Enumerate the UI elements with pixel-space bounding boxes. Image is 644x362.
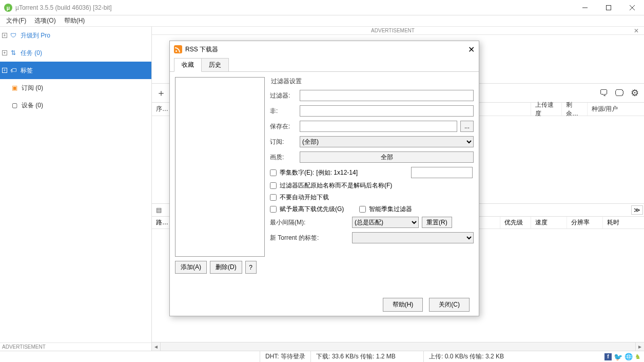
- dialog-body: 添加(A) 删除(D) ? 过滤器设置 过滤器: 非: 保存在: ... 订阅:: [170, 72, 479, 293]
- add-filter-button[interactable]: 添加(A): [175, 261, 207, 274]
- help-small-button[interactable]: ?: [245, 261, 257, 274]
- sidebar-item-tasks[interactable]: + ⇅ 任务 (0): [0, 44, 151, 62]
- dialog-tabs: 收藏 历史: [170, 58, 479, 72]
- settings-icon[interactable]: ⚙: [629, 87, 641, 99]
- browse-button[interactable]: ...: [460, 121, 474, 132]
- episode-label: 季集数字(E):: [280, 168, 314, 177]
- episode-input[interactable]: [411, 167, 473, 178]
- dialog-title: RSS 下载器: [185, 45, 218, 54]
- tag-icon: 🏷: [9, 66, 17, 74]
- android-icon[interactable]: ♞: [635, 353, 641, 360]
- feed-label: 订阅:: [270, 138, 300, 146]
- not-input[interactable]: [300, 105, 474, 117]
- ad-label: ADVERTISEMENT: [371, 28, 415, 33]
- rss-icon: ▣: [10, 84, 18, 92]
- status-icons: f 🐦 🌐 ♞: [604, 353, 641, 361]
- sidebar-item-devices[interactable]: ▢ 设备 (0): [0, 97, 151, 114]
- sidebar-label: 设备 (0): [22, 101, 43, 110]
- origname-checkbox[interactable]: [270, 182, 277, 189]
- dialog-titlebar: RSS 下载器 ✕: [170, 41, 479, 58]
- tab-favorites[interactable]: 收藏: [174, 58, 202, 72]
- sidebar-item-upgrade[interactable]: + 🛡 升级到 Pro: [0, 27, 151, 44]
- mininterval-select[interactable]: (总是匹配): [352, 217, 419, 228]
- highprio-label: 赋予最高下载优先级(G): [280, 205, 344, 214]
- col-remaining[interactable]: 剩余…: [562, 103, 588, 116]
- sidebar-label: 升级到 Pro: [21, 31, 50, 40]
- expand-icon[interactable]: +: [2, 33, 7, 38]
- expand-icon[interactable]: +: [2, 68, 7, 73]
- window-controls: [573, 0, 644, 15]
- sidebar-item-labels[interactable]: + 🏷 标签: [0, 62, 151, 79]
- mininterval-label: 最小间隔(M):: [270, 218, 331, 227]
- not-label: 非:: [270, 107, 300, 116]
- reset-button[interactable]: 重置(R): [422, 217, 452, 228]
- sidebar-label: 任务 (0): [21, 49, 42, 58]
- sidebar-item-feeds[interactable]: ▣ 订阅 (0): [0, 79, 151, 97]
- dialog-help-button[interactable]: 帮助(H): [383, 298, 423, 312]
- tab-history[interactable]: 历史: [201, 58, 229, 71]
- svg-rect-1: [607, 5, 611, 10]
- sidebar: + 🛡 升级到 Pro + ⇅ 任务 (0) + 🏷 标签 ▣ 订阅 (0) ▢…: [0, 27, 152, 351]
- dialog-close-button[interactable]: ✕: [468, 45, 475, 54]
- savein-input[interactable]: [300, 121, 457, 132]
- quality-button[interactable]: 全部: [300, 151, 474, 163]
- maximize-button[interactable]: [597, 0, 620, 15]
- dialog-close-button-footer[interactable]: 关闭(C): [429, 298, 470, 312]
- smartep-label: 智能季集过滤器: [369, 205, 412, 214]
- menu-help[interactable]: 帮助(H): [60, 15, 89, 26]
- dialog-left-pane: 添加(A) 删除(D) ?: [175, 77, 265, 288]
- ad-header: ADVERTISEMENT ✕: [152, 27, 644, 35]
- sidebar-ad-label: ADVERTISEMENT: [0, 342, 151, 351]
- episode-checkbox[interactable]: [270, 169, 277, 176]
- scroll-right-icon[interactable]: ▸: [635, 342, 644, 351]
- col-speed[interactable]: 速度: [531, 217, 567, 228]
- newlabel-label: 新 Torrent 的标签:: [270, 234, 331, 242]
- menu-file[interactable]: 文件(F): [2, 15, 30, 26]
- minimize-button[interactable]: [573, 0, 597, 15]
- menubar: 文件(F) 选项(O) 帮助(H): [0, 15, 644, 27]
- chat-icon[interactable]: 🗨: [598, 87, 610, 99]
- origname-label: 过滤器匹配原始名称而不是解码后名称(F): [280, 181, 392, 190]
- remote-icon[interactable]: 🖵: [613, 87, 626, 99]
- delete-filter-button[interactable]: 删除(D): [210, 261, 242, 274]
- facebook-icon[interactable]: f: [604, 353, 612, 360]
- filter-listbox[interactable]: [175, 77, 265, 257]
- filter-settings-pane: 过滤器设置 过滤器: 非: 保存在: ... 订阅: (全部) 画质: 全部: [270, 77, 474, 288]
- noautostart-checkbox[interactable]: [270, 194, 277, 201]
- feed-select[interactable]: (全部): [300, 136, 474, 147]
- detail-chevron-icon[interactable]: ≫: [631, 205, 643, 215]
- col-resolution[interactable]: 分辨率: [567, 217, 603, 228]
- detail-files-icon[interactable]: ▤: [152, 204, 165, 216]
- filter-label: 过滤器:: [270, 91, 300, 100]
- statusbar: DHT: 等待登录 下载: 33.6 KB/s 传输: 1.2 MB 上传: 0…: [0, 351, 644, 362]
- col-upspeed[interactable]: 上传速度: [531, 103, 562, 116]
- sidebar-label: 标签: [21, 66, 33, 75]
- rss-icon: [174, 45, 182, 53]
- horizontal-scrollbar[interactable]: ◂ ▸: [152, 342, 644, 351]
- highprio-checkbox[interactable]: [270, 206, 277, 213]
- globe-icon[interactable]: 🌐: [625, 353, 633, 360]
- filter-input[interactable]: [300, 90, 474, 101]
- titlebar: µTorrent 3.5.5 (build 46036) [32-bit]: [0, 0, 644, 15]
- filter-settings-legend: 过滤器设置: [270, 77, 474, 86]
- twitter-icon[interactable]: 🐦: [614, 353, 622, 361]
- down-up-icon: ⇅: [9, 49, 17, 57]
- col-seeds[interactable]: 种源/用户: [588, 103, 644, 116]
- device-icon: ▢: [10, 101, 18, 109]
- expand-icon[interactable]: +: [2, 50, 7, 55]
- sidebar-label: 订阅 (0): [22, 84, 43, 92]
- window-title: µTorrent 3.5.5 (build 46036) [32-bit]: [15, 4, 112, 11]
- col-time[interactable]: 耗时: [603, 217, 644, 228]
- app-logo-icon: [4, 4, 12, 12]
- quality-label: 画质:: [270, 153, 300, 162]
- newlabel-select[interactable]: [352, 232, 474, 243]
- close-window-button[interactable]: [620, 0, 644, 15]
- add-torrent-button[interactable]: ＋: [155, 87, 167, 99]
- menu-options[interactable]: 选项(O): [30, 15, 60, 26]
- upgrade-icon: 🛡: [9, 31, 17, 40]
- col-priority[interactable]: 优先级: [500, 217, 531, 228]
- savein-label: 保存在:: [270, 122, 300, 131]
- scroll-left-icon[interactable]: ◂: [152, 342, 161, 351]
- smartep-checkbox[interactable]: [359, 206, 366, 213]
- ad-close-icon[interactable]: ✕: [634, 27, 639, 34]
